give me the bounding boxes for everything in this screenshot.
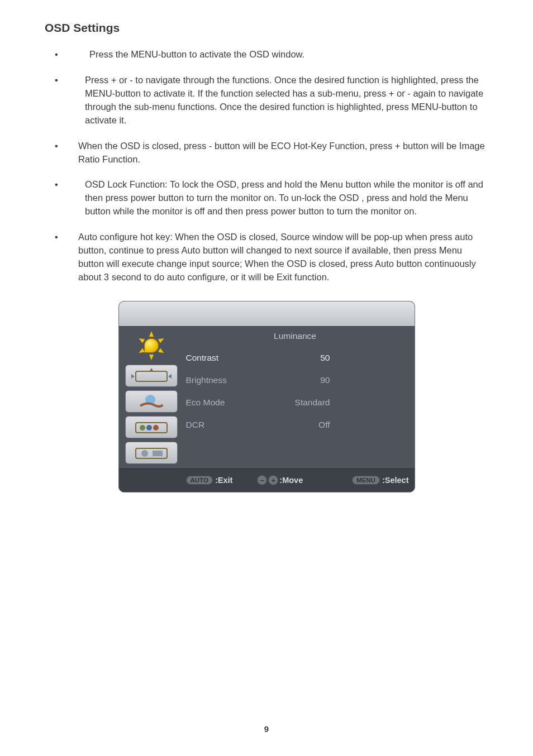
move-label: :Move [279,476,303,485]
bullet-text: When the OSD is closed, press - button w… [78,140,489,166]
footer-move: − + :Move [257,475,303,485]
osd-row-dcr: DCR Off [184,414,407,436]
bullet-list: • Press the MENU-button to activate the … [53,48,489,284]
osd-setup-icon [130,419,173,435]
page-number: 9 [0,724,533,734]
osd-value: Off [268,420,340,430]
page-title: OSD Settings [45,21,489,35]
footer-exit: AUTO :Exit [186,476,233,485]
bullet-dot: • [53,48,78,61]
osd-row-contrast: Contrast 50 [184,347,407,369]
minus-icon: − [257,475,267,485]
osd-label: Contrast [184,353,268,363]
osd-footer: AUTO :Exit − + :Move MENU :Select [119,468,415,492]
osd-value: 90 [268,375,340,385]
svg-point-10 [141,450,148,457]
osd-sidebar [119,327,184,468]
osd-screenshot: Luminance Contrast 50 Brightness 90 Eco … [118,301,415,492]
list-item: • Auto configure hot key: When the OSD i… [53,231,489,284]
osd-title-bar [119,302,415,327]
list-item: • Press the MENU-button to activate the … [53,48,489,61]
bullet-text: Auto configure hot key: When the OSD is … [78,231,489,284]
osd-label: Brightness [184,375,268,385]
list-item: • OSD Lock Function: To lock the OSD, pr… [53,178,489,218]
menu-pill-icon: MENU [352,476,380,485]
osd-setup-tab [125,416,178,438]
plus-icon: + [268,475,278,485]
osd-content: Luminance Contrast 50 Brightness 90 Eco … [184,327,415,468]
osd-section-heading: Luminance [184,331,407,341]
bullet-dot: • [53,74,78,127]
osd-value: Standard [268,398,340,408]
bullet-dot: • [53,140,78,166]
luminance-tab-icon [132,330,171,361]
svg-marker-2 [131,374,135,379]
color-temp-icon [130,394,173,409]
color-temp-tab [125,390,178,413]
bullet-text: Press the MENU-button to activate the OS… [78,48,489,61]
list-item: • Press + or - to navigate through the f… [53,74,489,127]
osd-row-eco: Eco Mode Standard [184,391,407,414]
osd-label: DCR [184,420,268,430]
select-label: :Select [382,476,409,485]
extra-icon [130,445,173,461]
osd-row-brightness: Brightness 90 [184,369,407,391]
svg-point-8 [153,425,159,430]
image-setup-tab [125,365,178,387]
svg-rect-0 [136,371,167,381]
osd-value: 50 [268,353,340,363]
osd-label: Eco Mode [184,398,268,408]
svg-rect-11 [153,451,163,456]
bullet-dot: • [53,231,78,284]
auto-pill-icon: AUTO [186,476,213,485]
svg-point-6 [140,425,145,430]
svg-marker-3 [168,374,172,379]
bullet-text: OSD Lock Function: To lock the OSD, pres… [78,178,489,218]
image-setup-icon [130,368,173,384]
footer-select: MENU :Select [352,476,408,485]
bullet-dot: • [53,178,78,218]
list-item: • When the OSD is closed, press - button… [53,140,489,166]
bullet-text: Press + or - to navigate through the fun… [78,74,489,127]
extra-tab [125,442,178,464]
svg-point-7 [146,425,152,430]
svg-marker-1 [149,368,154,372]
exit-label: :Exit [215,476,232,485]
